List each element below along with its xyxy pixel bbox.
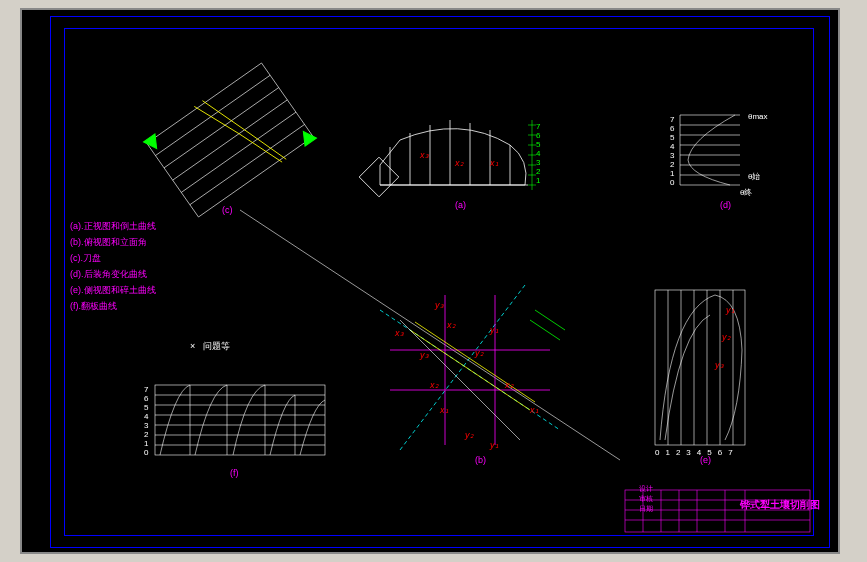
legend-e: (e).侧视图和碎土曲线 (70, 282, 156, 298)
fig-label-d: (d) (720, 200, 731, 210)
label-x2-b: x₂ (430, 380, 439, 390)
label-x1-a: x₁ (490, 158, 499, 168)
axis-a-v: 7 6 5 4 3 2 1 (536, 122, 540, 185)
label-x2-a: x₂ (455, 158, 464, 168)
theta-mid: θ始 (748, 172, 760, 181)
label-y3-e: y₃ (715, 360, 724, 370)
drawing-title: 铧式犁土壤切削图 (740, 498, 820, 512)
label-y3-b: y₃ (435, 300, 444, 310)
label-y1-b: y₁ (490, 325, 499, 335)
label-x2-br: x₂ (505, 380, 514, 390)
tb-line2: 审核 (639, 494, 653, 504)
tb-line1: 设计 (639, 484, 653, 494)
label-x3-b: x₃ (395, 328, 404, 338)
comment-text: × 问题等 (190, 340, 230, 353)
label-x3-a: x₃ (420, 150, 429, 160)
legend-d: (d).后装角变化曲线 (70, 266, 156, 282)
legend-b: (b).俯视图和立面角 (70, 234, 156, 250)
label-y2-e: y₂ (722, 332, 731, 342)
label-y3-b2: y₃ (420, 350, 429, 360)
theta-max: θmax (748, 112, 768, 121)
legend-block: (a).正视图和倒土曲线 (b).俯视图和立面角 (c).刀盘 (d).后装角变… (70, 218, 156, 314)
axis-d-v: 7 6 5 4 3 2 1 0 (670, 115, 674, 187)
legend-f: (f).翻板曲线 (70, 298, 156, 314)
legend-a: (a).正视图和倒土曲线 (70, 218, 156, 234)
label-x1-b: x₁ (440, 405, 449, 415)
label-x2-bl: x₂ (447, 320, 456, 330)
tb-line3: 日期 (639, 504, 653, 514)
legend-c: (c).刀盘 (70, 250, 156, 266)
fig-label-f: (f) (230, 468, 239, 478)
label-y2-bb: y₂ (465, 430, 474, 440)
label-x1-br: x₁ (530, 405, 539, 415)
label-y2-b: y₂ (475, 348, 484, 358)
axis-e-h: 01234567 (655, 448, 739, 457)
label-y1-bb: y₁ (490, 440, 499, 450)
label-y1-e: y₁ (726, 305, 735, 315)
fig-label-c: (c) (222, 205, 233, 215)
title-block: 铧式犁土壤切削图 设计 审核 日期 (637, 482, 822, 532)
fig-label-a: (a) (455, 200, 466, 210)
axis-f-v: 7 6 5 4 3 2 1 0 (144, 385, 148, 457)
fig-label-b: (b) (475, 455, 486, 465)
theta-min: θ终 (740, 188, 752, 197)
